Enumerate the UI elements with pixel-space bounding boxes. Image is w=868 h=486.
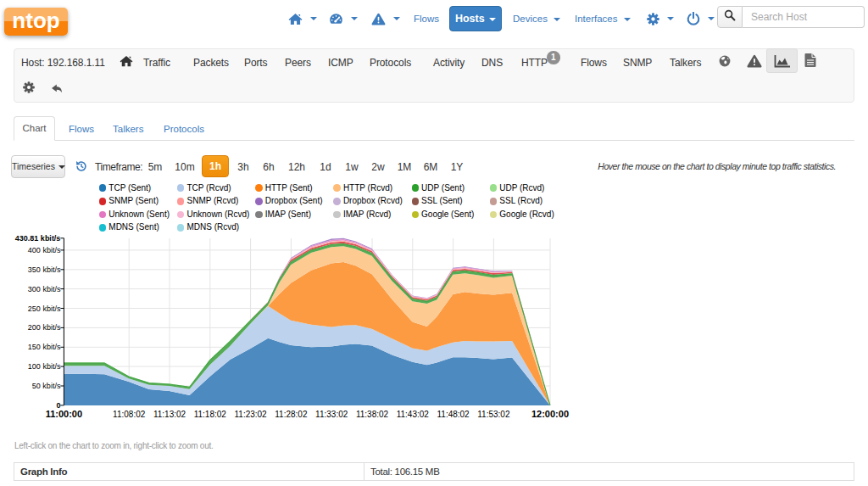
svg-text:50 kbit/s: 50 kbit/s (32, 382, 61, 390)
svg-text:11:53:02: 11:53:02 (477, 410, 510, 419)
svg-text:250 kbit/s: 250 kbit/s (28, 304, 61, 313)
svg-text:11:08:02: 11:08:02 (113, 410, 146, 419)
svg-text:300 kbit/s: 300 kbit/s (28, 285, 61, 293)
svg-text:12:00:00: 12:00:00 (531, 409, 569, 419)
svg-text:200 kbit/s: 200 kbit/s (28, 323, 61, 332)
svg-text:430.81 kbit/s: 430.81 kbit/s (15, 234, 61, 243)
svg-text:100 kbit/s: 100 kbit/s (28, 362, 61, 371)
svg-text:11:28:02: 11:28:02 (275, 410, 308, 419)
svg-text:11:18:02: 11:18:02 (194, 410, 227, 419)
svg-text:11:13:02: 11:13:02 (153, 410, 186, 419)
svg-text:11:23:02: 11:23:02 (235, 410, 268, 419)
svg-text:11:48:02: 11:48:02 (437, 410, 470, 419)
svg-text:11:00:00: 11:00:00 (46, 409, 82, 419)
svg-text:400 kbit/s: 400 kbit/s (28, 246, 61, 254)
svg-text:11:33:02: 11:33:02 (315, 410, 348, 419)
svg-text:150 kbit/s: 150 kbit/s (28, 343, 61, 351)
svg-text:11:38:02: 11:38:02 (356, 410, 389, 419)
svg-text:11:43:02: 11:43:02 (397, 410, 430, 419)
svg-text:350 kbit/s: 350 kbit/s (28, 265, 61, 274)
